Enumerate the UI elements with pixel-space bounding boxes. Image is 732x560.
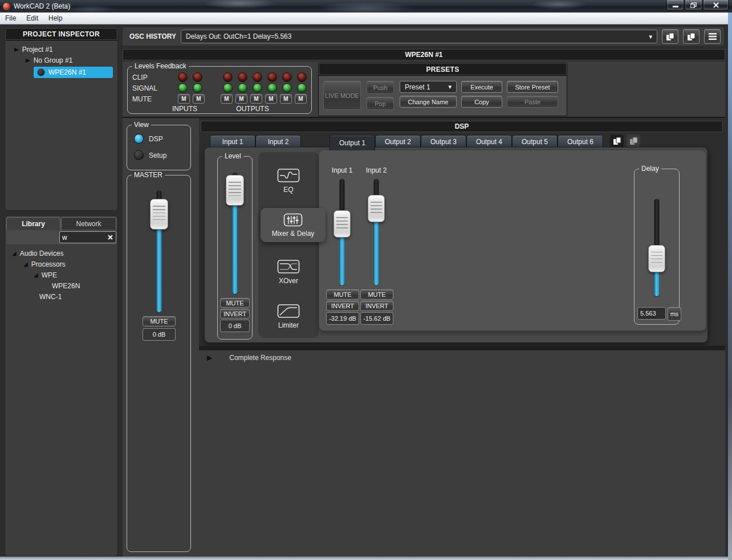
level-mute-button[interactable]: MUTE <box>220 298 250 308</box>
search-box[interactable] <box>59 231 116 243</box>
expander-icon[interactable]: ◢ <box>34 272 38 278</box>
mute-output-button[interactable]: M <box>295 94 307 104</box>
expander-icon[interactable]: ◢ <box>12 251 17 256</box>
copy-edit-log-button[interactable] <box>683 29 700 44</box>
tab-limiter[interactable]: Limiter <box>258 298 319 334</box>
radio-setup-icon[interactable] <box>134 150 144 160</box>
fader-handle[interactable] <box>368 195 385 222</box>
mute-input-button[interactable]: M <box>178 94 190 104</box>
level-invert-button[interactable]: INVERT <box>220 309 250 318</box>
osc-history-dropdown[interactable]: Delays Out: OutCh=1 Delay=5.563 ▾ <box>181 30 657 43</box>
menu-help[interactable]: Help <box>43 13 68 24</box>
radio-setup[interactable]: Setup <box>127 144 190 161</box>
fader-handle[interactable] <box>334 210 351 238</box>
fader-handle[interactable] <box>150 199 168 230</box>
project-inspector-panel: PROJECT INSPECTOR ▶ Project #1 ▶ No Grou… <box>5 27 118 211</box>
master-mute-button[interactable]: MUTE <box>143 316 176 326</box>
tab-output-1[interactable]: Output 1 <box>330 135 375 150</box>
signal-label: SIGNAL <box>128 84 174 92</box>
master-level-value[interactable]: 0 dB <box>143 328 176 341</box>
tab-xover[interactable]: XOver <box>258 247 319 297</box>
levels-feedback-group: Levels Feedback CLIP <box>127 66 312 114</box>
expander-icon[interactable]: ▶ <box>207 355 212 361</box>
expander-icon[interactable]: ◢ <box>23 261 28 267</box>
change-name-button[interactable]: Change Name <box>400 96 457 108</box>
input1-level-value[interactable]: -32.19 dB <box>326 312 359 325</box>
xover-icon <box>277 259 300 274</box>
window-bottom-border <box>0 557 728 560</box>
minimize-button[interactable] <box>666 0 684 10</box>
delay-value-input[interactable] <box>637 307 666 320</box>
clip-led-input <box>193 72 202 82</box>
store-preset-button[interactable]: Store Preset <box>507 81 558 93</box>
close-button[interactable] <box>703 0 729 10</box>
fader-handle[interactable] <box>648 245 665 272</box>
mute-output-button[interactable]: M <box>250 94 262 104</box>
fader-handle[interactable] <box>226 175 244 206</box>
clip-label: CLIP <box>128 73 174 81</box>
dsp-header: DSP <box>201 121 723 132</box>
copy-button[interactable]: Copy <box>461 96 502 108</box>
menu-file[interactable]: File <box>0 13 21 24</box>
complete-response-label: Complete Response <box>229 354 291 362</box>
copy-log-button[interactable] <box>662 29 678 44</box>
delay-fader[interactable] <box>635 199 679 297</box>
clear-search-icon[interactable] <box>108 235 113 240</box>
level-value[interactable]: 0 dB <box>220 320 250 332</box>
tree-item-device-selected[interactable]: WPE26N #1 <box>34 67 113 78</box>
copy-edit-icon <box>687 32 696 41</box>
clip-led-output <box>253 72 262 82</box>
menu-button[interactable] <box>704 29 721 44</box>
signal-led-input <box>178 83 188 93</box>
expander-icon[interactable]: ▶ <box>26 58 30 63</box>
input1-fader[interactable] <box>326 179 358 286</box>
push-button[interactable]: Push <box>367 81 394 94</box>
eq-icon <box>277 168 300 183</box>
input2-fader[interactable] <box>360 179 392 286</box>
mute-output-button[interactable]: M <box>235 94 247 104</box>
level-fader[interactable] <box>218 173 252 295</box>
app-icon <box>3 3 10 10</box>
mute-output-button[interactable]: M <box>221 94 233 104</box>
tab-library[interactable]: Library <box>6 217 60 230</box>
copy-channel-button[interactable] <box>610 134 624 148</box>
tab-network[interactable]: Network <box>61 217 116 230</box>
tree-item-audio-devices[interactable]: ◢ Audio Devices <box>7 248 115 259</box>
tree-item-wpe[interactable]: ◢ WPE <box>7 269 115 280</box>
pop-button[interactable]: Pop <box>367 97 394 110</box>
tree-item-group[interactable]: ▶ No Group #1 <box>7 55 115 66</box>
tree-item-wpe26n[interactable]: WPE26N <box>7 280 115 291</box>
input1-invert-button[interactable]: INVERT <box>326 301 359 311</box>
device-area: WPE26N #1 Levels Feedback CLIP <box>123 49 725 557</box>
mute-output-button[interactable]: M <box>280 94 292 104</box>
outputs-caption: OUTPUTS <box>210 105 295 113</box>
tab-eq[interactable]: EQ <box>258 156 319 206</box>
signal-led-output <box>267 83 277 93</box>
input1-mute-button[interactable]: MUTE <box>326 289 359 300</box>
tree-item-project[interactable]: ▶ Project #1 <box>7 44 115 55</box>
tab-mixer-delay[interactable]: Mixer & Delay <box>261 208 326 242</box>
input2-mute-button[interactable]: MUTE <box>360 289 393 300</box>
master-fader[interactable] <box>127 190 190 313</box>
menu-edit[interactable]: Edit <box>21 13 43 24</box>
paste-button[interactable]: Paste <box>507 96 558 108</box>
complete-response-header[interactable]: ▶ Complete Response <box>199 350 725 362</box>
search-input[interactable] <box>60 234 108 242</box>
restore-button[interactable] <box>685 0 702 10</box>
expander-icon[interactable]: ▶ <box>14 47 19 52</box>
live-mode-button[interactable]: LIVE MODE <box>323 81 361 110</box>
input2-level-value[interactable]: -15.62 dB <box>360 312 393 325</box>
paste-channel-button[interactable] <box>627 134 640 148</box>
mute-input-button[interactable]: M <box>193 94 205 104</box>
preset-select[interactable]: Preset 1 ▾ <box>400 81 457 93</box>
execute-button[interactable]: Execute <box>461 81 502 93</box>
tree-item-processors[interactable]: ◢ Processors <box>7 259 115 269</box>
delay-unit-button[interactable]: ms <box>668 307 681 321</box>
input2-invert-button[interactable]: INVERT <box>360 301 393 311</box>
clip-led-output <box>238 72 247 82</box>
radio-dsp-icon[interactable] <box>134 134 144 144</box>
tree-item-wnc1[interactable]: WNC-1 <box>7 291 115 302</box>
mute-output-button[interactable]: M <box>265 94 277 104</box>
view-title: View <box>132 121 151 129</box>
complete-response-section: ▶ Complete Response <box>199 350 725 557</box>
